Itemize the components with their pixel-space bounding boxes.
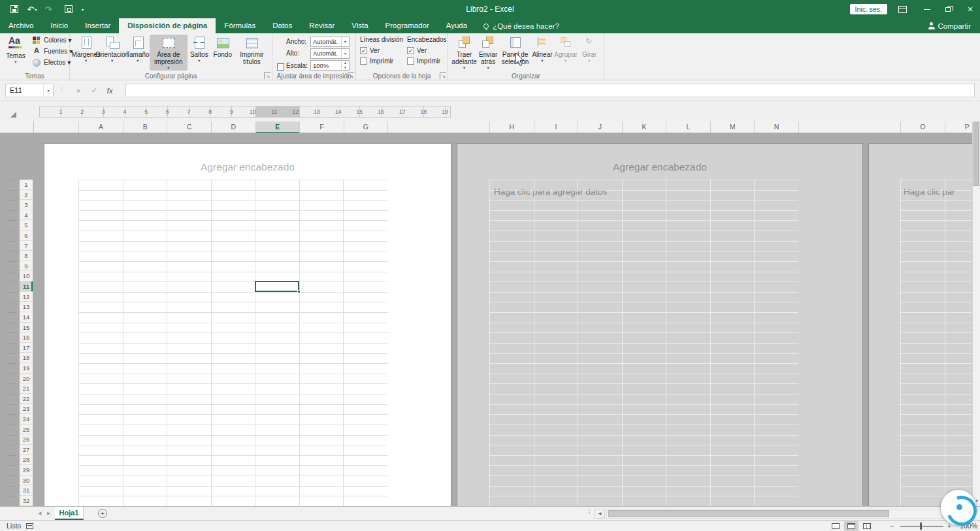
row-header-9[interactable]: 9 [20,261,33,272]
normal-view-button[interactable] [828,521,843,531]
page-2[interactable]: Agregar encabezado Haga clic para agrega… [457,144,862,506]
row-header-25[interactable]: 25 [20,425,33,435]
minimize-button[interactable] [917,0,937,18]
tab-archivo[interactable]: Archivo [0,18,42,33]
sheet-nav-right-icon[interactable]: ▶ [47,511,50,516]
row-header-19[interactable]: 19 [20,363,33,374]
share-button[interactable]: Compartir [919,18,980,33]
hscroll-thumb[interactable] [608,510,889,517]
efectos-button[interactable]: Efectos▾ [30,57,74,68]
row-header-32[interactable]: 32 [20,496,33,506]
column-header-e[interactable]: E [256,121,301,133]
lineas-division-imprimir-checkbox[interactable]: Imprimir [360,56,403,66]
close-button[interactable]: × [960,0,980,18]
row-header-10[interactable]: 10 [20,271,33,282]
sheet-nav-left-icon[interactable]: ◀ [38,511,41,516]
restore-button[interactable] [938,0,958,18]
page-3[interactable]: Haga clic par [869,144,972,506]
header-placeholder[interactable]: Agregar encabezado [457,161,862,173]
column-header-h[interactable]: H [490,121,534,133]
margenes-button[interactable]: Márgenes▾ [74,35,98,63]
encabezados-ver-checkbox[interactable]: ✓Ver [407,45,447,56]
column-header-k[interactable]: K [623,121,667,133]
row-header-16[interactable]: 16 [20,332,33,343]
select-all-corner[interactable] [20,121,34,133]
header-placeholder[interactable]: Agregar encabezado [44,161,451,173]
row-header-23[interactable]: 23 [20,404,33,414]
tab-disposicion-de-pagina[interactable]: Disposición de página [119,18,216,33]
zoom-out-icon[interactable]: − [887,521,896,531]
row-header-29[interactable]: 29 [20,465,33,475]
row-header-30[interactable]: 30 [20,475,33,486]
row-header-20[interactable]: 20 [20,374,33,384]
row-header-21[interactable]: 21 [20,383,33,394]
fill-handle[interactable] [297,290,301,293]
column-header-m[interactable]: M [711,121,755,133]
traer-adelante-button[interactable]: Traer adelante▾ [452,35,476,71]
column-header-b[interactable]: B [123,121,168,133]
saltos-button[interactable]: Saltos▾ [188,35,211,63]
column-header-i[interactable]: I [534,121,579,133]
ancho-combo[interactable]: Automát.▾ [310,37,350,47]
fuentes-button[interactable]: Fuentes▾ [30,46,74,57]
row-header-31[interactable]: 31 [20,485,33,496]
tab-vista[interactable]: Vista [343,18,376,33]
formula-bar-splitter[interactable]: ⋮ [59,86,65,92]
dialog-launcher-icon[interactable]: ↘ [264,72,270,79]
vertical-scrollbar[interactable]: ▲ ▼ [972,103,980,506]
row-header-26[interactable]: 26 [20,434,33,445]
column-header-c[interactable]: C [167,121,212,133]
tab-insertar[interactable]: Insertar [76,18,119,33]
column-header-f[interactable]: F [300,121,344,133]
column-header-a[interactable]: A [79,121,123,133]
row-header-11[interactable]: 11 [20,282,33,292]
ribbon-display-options-button[interactable] [892,0,912,18]
row-header-15[interactable]: 15 [20,323,33,333]
spin-down-icon[interactable]: ▼ [342,65,349,70]
row-header-27[interactable]: 27 [20,445,33,455]
name-box[interactable]: E11 ▾ [5,84,54,97]
cell-grid[interactable] [900,180,972,506]
colores-button[interactable]: Colores▾ [30,35,74,46]
row-header-4[interactable]: 4 [20,210,33,221]
imprimir-titulos-button[interactable]: Imprimir títulos [235,35,269,66]
fondo-button[interactable]: Fondo [211,35,235,59]
scrollbar-splitter[interactable]: ⁞ [589,509,591,515]
tab-datos[interactable]: Datos [264,18,301,33]
column-header-d[interactable]: D [212,121,256,133]
row-header-1[interactable]: 1 [20,180,33,190]
row-header-7[interactable]: 7 [20,241,33,251]
alto-combo[interactable]: Automát.▾ [310,48,350,59]
encabezados-imprimir-checkbox[interactable]: Imprimir [407,56,447,66]
cell-grid[interactable] [78,180,387,506]
horizontal-scrollbar[interactable] [606,509,962,519]
tab-formulas[interactable]: Fórmulas [216,18,264,33]
temas-button[interactable]: Temas ▾ [4,35,27,65]
escala-spinner[interactable]: 100%▲▼ [310,60,350,71]
dialog-launcher-icon[interactable]: ↘ [348,72,354,79]
tab-revisar[interactable]: Revisar [301,18,343,33]
vscroll-thumb[interactable] [973,114,979,186]
row-header-8[interactable]: 8 [20,251,33,261]
column-header-j[interactable]: J [578,121,623,133]
enviar-atras-button[interactable]: Enviar atrás▾ [476,35,500,71]
dialog-launcher-icon[interactable]: ↘ [440,72,446,79]
spin-up-icon[interactable]: ▲ [342,61,349,65]
lineas-division-ver-checkbox[interactable]: ✓Ver [360,45,403,56]
page-layout-view-button[interactable] [844,521,858,531]
column-header-o[interactable]: O [901,121,945,133]
tab-programador[interactable]: Programador [377,18,438,33]
row-header-28[interactable]: 28 [20,455,33,465]
macro-record-icon[interactable] [26,523,33,529]
sheet-tab-hoja1[interactable]: Hoja1 [55,507,84,520]
tamano-button[interactable]: Tamaño▾ [126,35,150,63]
area-de-impresion-button[interactable]: Área de impresión▾ [150,35,188,71]
formula-input[interactable] [125,84,975,97]
row-header-18[interactable]: 18 [20,353,33,363]
row-header-12[interactable]: 12 [20,292,33,302]
chevron-down-icon[interactable]: ▾ [43,84,53,97]
row-header-13[interactable]: 13 [20,302,33,312]
selected-cell[interactable] [255,281,300,292]
column-header-n[interactable]: N [755,121,799,133]
alinear-button[interactable]: Alinear▾ [531,35,554,63]
